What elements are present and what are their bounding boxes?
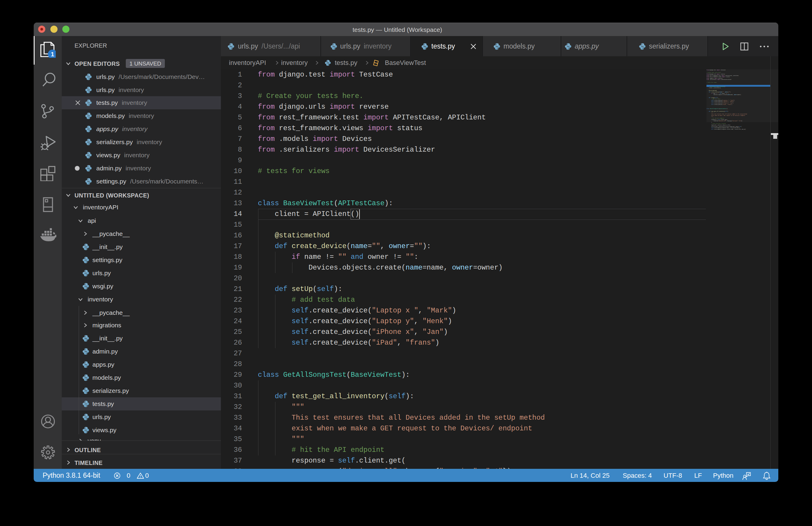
svg-text:1: 1 bbox=[51, 51, 54, 58]
